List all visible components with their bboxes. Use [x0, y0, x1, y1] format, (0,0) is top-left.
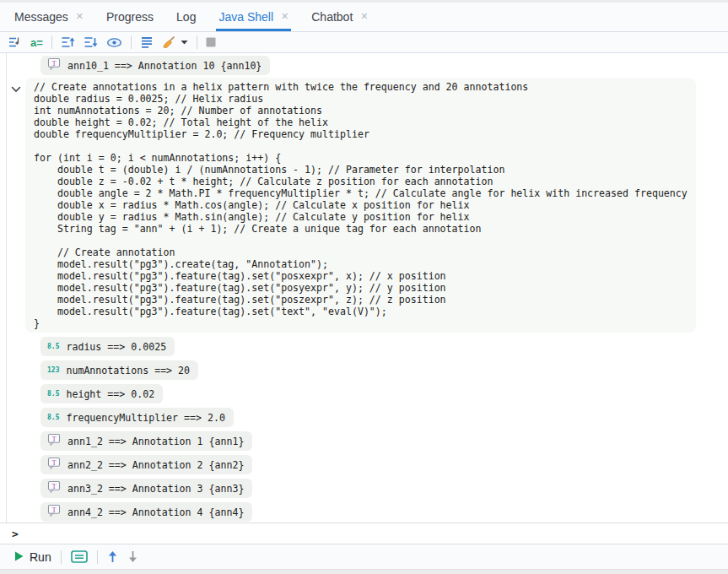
- annotation-icon: T: [47, 457, 61, 473]
- move-up-icon[interactable]: [61, 34, 75, 51]
- svg-text:T: T: [51, 435, 57, 443]
- tab-label: Java Shell: [218, 10, 273, 24]
- result-text: radius ==> 0.0025: [66, 341, 166, 353]
- status-strip: [0, 569, 728, 574]
- svg-text:T: T: [51, 482, 57, 490]
- code-text: // Create annotations in a helix pattern…: [34, 81, 688, 329]
- annotation-icon: T: [47, 57, 61, 73]
- autocomplete-icon[interactable]: a=: [30, 34, 43, 51]
- result-chip-radius: 8.5radius ==> 0.0025: [40, 337, 175, 356]
- tab-close-icon[interactable]: ✕: [281, 12, 289, 21]
- command-window-icon[interactable]: [71, 549, 88, 566]
- result-chip-ann10_1: T ann10_1 ==> Annotation 10 {ann10}: [40, 56, 270, 75]
- previous-command-icon[interactable]: [107, 549, 118, 566]
- toolbar-separator: [51, 35, 52, 49]
- run-bar: Run: [0, 544, 728, 569]
- preview-icon[interactable]: [106, 34, 122, 51]
- result-chip-numAnnotations: 123numAnnotations ==> 20: [40, 360, 198, 380]
- result-text: ann4_2 ==> Annotation 4 {ann4}: [67, 506, 244, 518]
- autocomplete-glyph: a=: [30, 36, 43, 49]
- clear-icon[interactable]: [162, 34, 176, 51]
- tab-messages[interactable]: Messages✕: [12, 3, 86, 31]
- variables-icon[interactable]: [8, 34, 22, 51]
- svg-text:T: T: [51, 458, 57, 467]
- annotation-icon: T: [47, 480, 61, 496]
- result-chip-frequencyMultiplier: 8.5frequencyMultiplier ==> 2.0: [40, 408, 234, 427]
- result-chip-ann2_2: Tann2_2 ==> Annotation 2 {ann2}: [40, 455, 252, 474]
- code-cell[interactable]: // Create annotations in a helix pattern…: [25, 78, 696, 333]
- run-button[interactable]: Run: [14, 550, 51, 565]
- result-text: ann1_2 ==> Annotation 1 {ann1}: [67, 436, 244, 447]
- tab-chatbot[interactable]: Chatbot✕: [309, 3, 370, 31]
- console-area: T ann10_1 ==> Annotation 10 {ann10} // C…: [0, 53, 728, 544]
- runbar-separator: [61, 550, 62, 564]
- prompt-symbol: >: [12, 528, 19, 540]
- clear-dropdown-arrow[interactable]: [181, 34, 188, 51]
- stop-icon[interactable]: [206, 34, 216, 51]
- result-text: ann2_2 ==> Annotation 2 {ann2}: [67, 459, 244, 471]
- tab-bar: Messages✕ProgressLogJava Shell✕Chatbot✕: [0, 3, 728, 32]
- tab-progress[interactable]: Progress: [104, 3, 156, 31]
- tab-log[interactable]: Log: [174, 3, 198, 31]
- tab-label: Messages: [14, 10, 68, 24]
- annotation-icon: T: [47, 433, 61, 449]
- result-text: ann3_2 ==> Annotation 3 {ann3}: [67, 483, 244, 495]
- play-icon: [14, 550, 24, 565]
- tab-label: Chatbot: [311, 10, 353, 24]
- double-type-badge: 8.5: [47, 414, 59, 421]
- tab-close-icon[interactable]: ✕: [360, 12, 368, 21]
- runbar-separator: [97, 550, 98, 564]
- result-text: ann10_1 ==> Annotation 10 {ann10}: [67, 60, 262, 72]
- run-button-label: Run: [30, 550, 51, 564]
- double-type-badge: 8.5: [47, 343, 59, 350]
- next-command-icon[interactable]: [127, 549, 138, 566]
- shell-toolbar: a=: [0, 32, 728, 53]
- tab-label: Log: [176, 10, 196, 24]
- tab-label: Progress: [106, 10, 154, 24]
- code-fold-chevron-icon[interactable]: [11, 81, 21, 88]
- prompt-input-row[interactable]: >: [0, 523, 728, 544]
- result-chip-height: 8.5height ==> 0.02: [40, 384, 163, 403]
- result-list: 8.5radius ==> 0.0025123numAnnotations ==…: [40, 337, 252, 522]
- svg-text:T: T: [51, 59, 57, 68]
- double-type-badge: 8.5: [47, 390, 59, 398]
- svg-text:T: T: [51, 506, 57, 514]
- java-shell-window: Messages✕ProgressLogJava Shell✕Chatbot✕ …: [0, 0, 728, 574]
- toolbar-separator: [197, 35, 197, 49]
- toolbar-separator: [131, 35, 132, 49]
- result-chip-ann4_2: Tann4_2 ==> Annotation 4 {ann4}: [40, 502, 252, 522]
- result-chip-ann1_2: Tann1_2 ==> Annotation 1 {ann1}: [40, 431, 252, 451]
- result-text: numAnnotations ==> 20: [66, 365, 190, 376]
- result-chip-ann3_2: Tann3_2 ==> Annotation 3 {ann3}: [40, 479, 252, 498]
- tab-close-icon[interactable]: ✕: [76, 12, 84, 21]
- result-text: frequencyMultiplier ==> 2.0: [66, 412, 224, 424]
- history-icon[interactable]: [140, 34, 154, 51]
- tab-java-shell[interactable]: Java Shell✕: [216, 3, 291, 31]
- result-text: height ==> 0.02: [66, 388, 154, 400]
- annotation-icon: T: [47, 504, 61, 520]
- move-down-icon[interactable]: [84, 34, 98, 51]
- int-type-badge: 123: [47, 366, 59, 374]
